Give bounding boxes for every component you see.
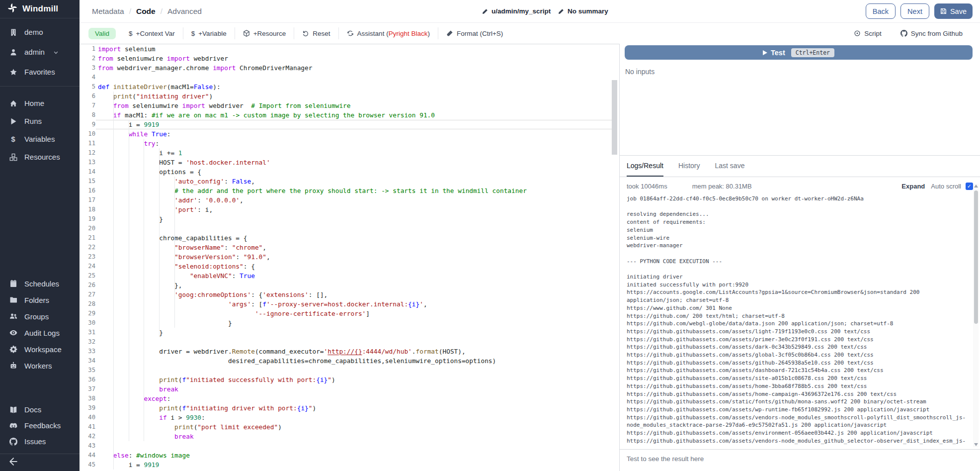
sidebar-item-docs[interactable]: Docs bbox=[0, 402, 80, 418]
log-scrollbar[interactable] bbox=[973, 184, 979, 447]
code-line[interactable]: HOST = 'host.docker.internal' bbox=[98, 158, 619, 167]
tab-code[interactable]: Code bbox=[136, 7, 156, 16]
script-summary-edit[interactable]: No summary bbox=[558, 7, 608, 15]
breadcrumb: Metadata / Code / Advanced bbox=[92, 7, 202, 16]
code-line[interactable]: try: bbox=[98, 139, 619, 148]
sidebar-item-schedules[interactable]: Schedules bbox=[0, 276, 80, 292]
sidebar-item-workers[interactable]: Workers bbox=[0, 358, 80, 374]
code-line[interactable]: "browserVersion": "91.0", bbox=[98, 252, 619, 262]
sidebar-collapse-button[interactable] bbox=[0, 454, 80, 471]
tab-last-save[interactable]: Last save bbox=[715, 156, 745, 177]
sidebar-item-issues[interactable]: Issues bbox=[0, 434, 80, 450]
sidebar-item-resources[interactable]: Resources bbox=[0, 148, 80, 166]
scroll-down-arrow-icon[interactable] bbox=[974, 443, 978, 446]
code-line[interactable]: 'goog:chromeOptions': {'extensions': [], bbox=[98, 290, 619, 299]
code-line[interactable] bbox=[98, 441, 619, 451]
sync-from-github-button[interactable]: Sync from Github bbox=[900, 27, 963, 40]
code-line[interactable]: from webdriver_manager.chrome import Chr… bbox=[98, 63, 619, 73]
tab-advanced[interactable]: Advanced bbox=[167, 7, 202, 16]
code-line[interactable]: i += 1 bbox=[98, 148, 619, 158]
code-line[interactable]: print("initiating driver") bbox=[98, 92, 619, 101]
code-line[interactable]: print(f"initiating driver with port:{i}"… bbox=[98, 403, 619, 413]
script-path-edit[interactable]: u/admin/my_script bbox=[482, 7, 551, 15]
sidebar-item-groups[interactable]: Groups bbox=[0, 308, 80, 325]
sidebar-item-label: Resources bbox=[24, 153, 60, 161]
next-button[interactable]: Next bbox=[900, 3, 929, 19]
code-line[interactable]: except: bbox=[98, 394, 619, 403]
code-line[interactable]: 'addr': '0.0.0.0', bbox=[98, 195, 619, 205]
code-line[interactable]: options = { bbox=[98, 167, 619, 177]
autoscroll-checkbox[interactable]: ✓ bbox=[966, 183, 973, 190]
windmill-logo[interactable]: Windmill bbox=[0, 0, 80, 18]
line-number: 27 bbox=[80, 290, 95, 299]
code-line[interactable]: if macM1: #if we are on mac m1 -> custom… bbox=[98, 110, 619, 120]
code-line[interactable] bbox=[98, 224, 619, 233]
add-resource-button[interactable]: +Resource bbox=[235, 27, 294, 40]
code-line[interactable]: if i > 9930: bbox=[98, 413, 619, 422]
add-variable-button[interactable]: $ +Variable bbox=[183, 27, 235, 40]
sidebar-item-workspace[interactable]: Workspace bbox=[0, 341, 80, 358]
code-line[interactable] bbox=[98, 366, 619, 375]
script-kind-button[interactable]: Script bbox=[854, 27, 882, 40]
code-line[interactable]: print(f"initiated successfully with port… bbox=[98, 375, 619, 384]
log-scrollbar-thumb[interactable] bbox=[974, 190, 978, 324]
result-tabs: Logs/ResultHistoryLast save bbox=[620, 156, 980, 177]
code-line[interactable]: break bbox=[98, 432, 619, 441]
editor-scrollbar-thumb[interactable] bbox=[612, 80, 617, 155]
tab-logs-result[interactable]: Logs/Result bbox=[627, 156, 663, 177]
code-line[interactable]: } bbox=[98, 214, 619, 224]
code-line[interactable]: }, bbox=[98, 281, 619, 290]
code-line[interactable]: else: #windows image bbox=[98, 451, 619, 460]
line-number: 25 bbox=[80, 271, 95, 281]
code-line[interactable]: 'auto_config': False, bbox=[98, 177, 619, 186]
code-line[interactable]: } bbox=[98, 318, 619, 328]
sidebar-item-folders[interactable]: Folders bbox=[0, 292, 80, 308]
code-line[interactable]: while True: bbox=[98, 129, 619, 139]
code-line[interactable]: break bbox=[98, 384, 619, 394]
back-button[interactable]: Back bbox=[866, 3, 896, 19]
sidebar-item-demo[interactable]: demo bbox=[0, 22, 80, 42]
code-line[interactable]: print("port limit exceeded") bbox=[98, 422, 619, 432]
code-line[interactable]: from seleniumwire import webdriver # Imp… bbox=[98, 101, 619, 110]
pencil-icon bbox=[482, 8, 488, 14]
code-line[interactable]: def initiateDriver(macM1=False): bbox=[98, 82, 619, 92]
sidebar-item-audit-logs[interactable]: Audit Logs bbox=[0, 325, 80, 341]
sidebar-item-favorites[interactable]: Favorites bbox=[0, 62, 80, 82]
code-line[interactable]: "browserName": "chrome", bbox=[98, 243, 619, 252]
code-line[interactable]: 'port': i, bbox=[98, 205, 619, 214]
code-line[interactable]: 'args': [f'--proxy-server=host.docker.in… bbox=[98, 299, 619, 309]
code-line[interactable]: "enableVNC": True bbox=[98, 271, 619, 281]
code-line[interactable]: driver = webdriver.Remote(command_execut… bbox=[98, 347, 619, 356]
assistant-button[interactable]: Assistant (Pyright Black) bbox=[339, 27, 438, 40]
scroll-up-arrow-icon[interactable] bbox=[974, 185, 978, 188]
format-button[interactable]: Format (Ctrl+S) bbox=[438, 27, 511, 40]
code-line[interactable]: from seleniumwire import webdriver bbox=[98, 54, 619, 63]
test-button[interactable]: Test Ctrl+Enter bbox=[625, 45, 973, 60]
sidebar-item-home[interactable]: Home bbox=[0, 94, 80, 112]
code-line[interactable] bbox=[98, 73, 619, 82]
code-editor[interactable]: 1234567891011121314151617181920212223242… bbox=[80, 44, 619, 471]
sidebar-item-feedbacks[interactable]: Feedbacks bbox=[0, 418, 80, 434]
reset-button[interactable]: Reset bbox=[294, 27, 338, 40]
code-line[interactable]: "selenoid:options": { bbox=[98, 262, 619, 271]
tab-metadata[interactable]: Metadata bbox=[92, 7, 124, 16]
code-line[interactable]: i = 9919 bbox=[98, 120, 619, 129]
add-context-var-button[interactable]: $ +Context Var bbox=[121, 27, 183, 40]
sidebar-item-admin[interactable]: admin bbox=[0, 42, 80, 62]
code-line[interactable]: import selenium bbox=[98, 44, 619, 54]
sidebar-item-runs[interactable]: Runs bbox=[0, 112, 80, 130]
code-line[interactable] bbox=[98, 337, 619, 347]
save-button[interactable]: Save bbox=[934, 3, 973, 19]
sidebar-item-variables[interactable]: $Variables bbox=[0, 130, 80, 148]
code-line[interactable]: chrome_capabilities = { bbox=[98, 233, 619, 243]
tab-history[interactable]: History bbox=[678, 156, 700, 177]
sidebar-item-label: Groups bbox=[24, 312, 49, 321]
expand-button[interactable]: Expand bbox=[901, 183, 925, 190]
code-line[interactable]: i = 9919 bbox=[98, 460, 619, 470]
code-content[interactable]: import seleniumfrom seleniumwire import … bbox=[98, 44, 619, 470]
line-number: 11 bbox=[80, 139, 95, 148]
code-line[interactable]: desired_capabilities=chrome_capabilities… bbox=[98, 356, 619, 366]
code-line[interactable]: '--ignore-certificate-errors'] bbox=[98, 309, 619, 318]
code-line[interactable]: } bbox=[98, 328, 619, 337]
code-line[interactable]: # the addr and the port where the proxy … bbox=[98, 186, 619, 195]
